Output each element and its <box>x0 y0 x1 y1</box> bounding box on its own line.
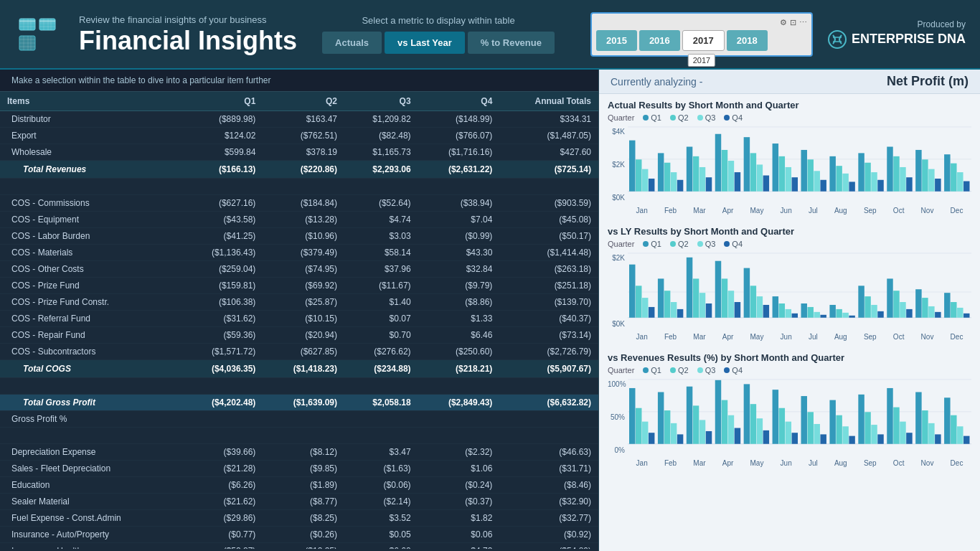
table-row[interactable]: COS - Prize Fund($159.81)($69.92)($11.67… <box>0 278 598 294</box>
cell-value: $1.33 <box>418 311 500 327</box>
bar-q2-m1 <box>636 408 641 444</box>
cell-value: ($276.62) <box>344 344 418 360</box>
table-row[interactable]: Education($6.26)($1.89)($0.06)($0.24)($8… <box>0 477 598 494</box>
bar-q3-m4 <box>728 415 734 444</box>
cell-label: COS - Commissions <box>0 195 182 212</box>
cell-value: ($5,907.67) <box>499 360 598 378</box>
year-widget-controls: ⚙ ⊡ ⋯ <box>596 18 807 27</box>
bar-q2-m3 <box>693 278 699 317</box>
year-2016-button[interactable]: 2016 <box>639 30 680 51</box>
year-2017-button[interactable]: 2017 <box>682 30 725 51</box>
cell-value: ($1,414.48) <box>499 245 598 261</box>
metric-actuals-button[interactable]: Actuals <box>322 32 382 54</box>
table-row[interactable]: COS - Prize Fund Constr.($106.38)($25.87… <box>0 294 598 311</box>
year-widget-icon1[interactable]: ⚙ <box>780 18 787 27</box>
cell-value: $3.52 <box>344 510 418 527</box>
bar-q1-m3 <box>687 147 692 192</box>
table-row[interactable]: Wholesale$599.84$378.19$1,165.73($1,716.… <box>0 144 598 161</box>
bar-q2-m2 <box>664 291 670 318</box>
bar-q2-m7 <box>807 412 813 443</box>
table-row[interactable]: COS - Referral Fund($31.62)($10.15)$0.07… <box>0 311 598 327</box>
chart1-apr: Apr <box>722 207 734 215</box>
bar-q1-m12 <box>944 397 950 443</box>
bar-q3-m4 <box>728 161 734 192</box>
table-row[interactable]: COS - Materials($1,136.43)($379.49)$58.1… <box>0 245 598 261</box>
table-row[interactable]: Insurance - Health($52.87)($13.35)$6.60$… <box>0 543 598 550</box>
table-row[interactable]: Gross Profit % <box>0 411 598 428</box>
metric-vslastyear-button[interactable]: vs Last Year <box>385 32 465 54</box>
cell-value: $37.96 <box>344 261 418 278</box>
table-scroll-area[interactable]: Items Q1 Q2 Q3 Q4 Annual Totals Distribu… <box>0 92 598 549</box>
table-note: Make a selection within the table to div… <box>0 70 598 92</box>
table-row[interactable]: Total Gross Profit($4,202.48)($1,639.09)… <box>0 395 598 411</box>
cell-value <box>418 411 500 428</box>
bar-q3-m8 <box>842 313 848 318</box>
table-row[interactable]: Distributor($889.98)$163.47$1,209.82($14… <box>0 111 598 128</box>
chart1-area: JanFebMarAprMayJunJulAugSepOctNovDec <box>628 126 971 215</box>
chart1-aug: Aug <box>834 207 847 215</box>
col-q3: Q3 <box>344 92 418 111</box>
cell-value: ($1,487.05) <box>499 128 598 144</box>
table-row[interactable]: COS - Subcontractors($1,571.72)($627.85)… <box>0 344 598 360</box>
cell-value: ($1.63) <box>344 461 418 477</box>
cell-value: $43.30 <box>418 245 500 261</box>
chart3-q3-label: Q3 <box>705 366 716 375</box>
table-row[interactable]: Fuel Expense - Const.Admin($29.86)($8.25… <box>0 510 598 527</box>
bar-q3-m6 <box>786 422 791 444</box>
table-row[interactable]: Total Revenues($166.13)($220.86)$2,293.0… <box>0 161 598 179</box>
bar-q3-m7 <box>814 171 819 191</box>
cell-value: $6.60 <box>344 543 418 550</box>
year-2018-button[interactable]: 2018 <box>727 30 768 51</box>
bar-q1-m5 <box>744 137 750 192</box>
table-row[interactable]: COS - Repair Fund($59.36)($20.94)$0.70$6… <box>0 327 598 344</box>
chart3-sep: Sep <box>864 459 877 467</box>
year-selector-widget: ⚙ ⊡ ⋯ 2015 2016 2017 2018 2017 <box>590 12 813 57</box>
table-row[interactable] <box>0 179 598 195</box>
cell-value: ($54.89) <box>499 543 598 550</box>
chart1-svg <box>628 126 971 205</box>
chart1-title: Actual Results by Short Month and Quarte… <box>608 100 971 110</box>
bar-q3-m5 <box>757 164 763 191</box>
table-row[interactable] <box>0 378 598 395</box>
cell-value: ($10.96) <box>263 228 344 245</box>
table-row[interactable]: COS - Labor Burden($41.25)($10.96)$3.03(… <box>0 228 598 245</box>
bar-q3-m8 <box>842 426 848 443</box>
table-row[interactable]: Total COGS($4,036.35)($1,418.23)($234.88… <box>0 360 598 378</box>
cell-value: ($39.66) <box>182 444 263 461</box>
table-row[interactable]: COS - Other Costs($259.04)($74.95)$37.96… <box>0 261 598 278</box>
bar-q3-m10 <box>900 167 905 192</box>
table-row[interactable]: Insurance - Auto/Property($0.77)($0.26)$… <box>0 527 598 543</box>
year-2015-button[interactable]: 2015 <box>596 30 637 51</box>
year-widget-icon3[interactable]: ⋯ <box>799 18 807 27</box>
year-widget-icon2[interactable]: ⊡ <box>790 18 796 27</box>
table-row[interactable]: Depreciation Expense($39.66)($8.12)$3.47… <box>0 444 598 461</box>
table-row[interactable]: COS - Commissions($627.16)($184.84)($52.… <box>0 195 598 212</box>
cell-value: ($159.81) <box>182 278 263 294</box>
table-row[interactable]: Sealer Material($21.62)($8.77)($2.14)($0… <box>0 494 598 510</box>
chart3-y-axis: 100% 50% 0% <box>608 379 628 467</box>
bar-q2-m1 <box>636 286 641 317</box>
table-row[interactable]: Export$124.02($762.51)($82.48)($766.07)(… <box>0 128 598 144</box>
chart2-legend-label: Quarter <box>608 240 634 248</box>
bar-q1-m12 <box>944 154 950 192</box>
bar-q3-m10 <box>900 422 905 444</box>
bar-q3-m9 <box>871 425 877 444</box>
cell-label: Distributor <box>0 111 182 128</box>
cell-value: $163.47 <box>263 111 344 128</box>
bar-q4-m1 <box>649 433 654 444</box>
bar-q1-m8 <box>829 156 835 192</box>
cell-value: ($903.59) <box>499 195 598 212</box>
cell-value: $4.74 <box>344 212 418 228</box>
cell-value: ($8.25) <box>263 510 344 527</box>
cell-value: ($0.77) <box>182 527 263 543</box>
table-row[interactable]: Sales - Fleet Depreciation($21.28)($9.85… <box>0 461 598 477</box>
charts-container[interactable]: Actual Results by Short Month and Quarte… <box>599 94 980 551</box>
chart2-q2-legend: Q2 <box>670 240 689 248</box>
bar-q2-m1 <box>636 159 641 191</box>
metric-torevenue-button[interactable]: % to Revenue <box>468 32 555 54</box>
cell-value: ($69.92) <box>263 278 344 294</box>
table-row[interactable]: COS - Equipment($43.58)($13.28)$4.74$7.0… <box>0 212 598 228</box>
table-row[interactable] <box>0 428 598 444</box>
cell-value: ($1,418.23) <box>263 360 344 378</box>
bar-q2-m4 <box>722 150 727 192</box>
